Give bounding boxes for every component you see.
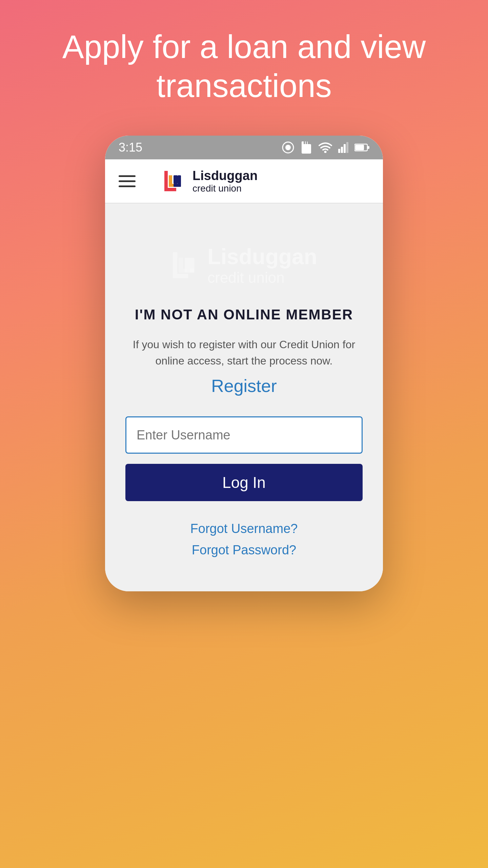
phone-mockup: 3:15: [105, 136, 383, 591]
svg-point-6: [324, 151, 327, 153]
logo-name: Lisduggan: [192, 169, 258, 183]
status-icon-1: [282, 141, 294, 154]
svg-rect-16: [174, 184, 181, 187]
svg-rect-17: [185, 258, 190, 269]
svg-point-1: [285, 145, 291, 150]
wifi-icon: [319, 142, 332, 153]
watermark-name: Lisduggan: [207, 244, 317, 269]
svg-rect-14: [174, 175, 178, 184]
logo-text: Lisduggan credit union: [192, 169, 258, 194]
username-input[interactable]: [125, 416, 363, 454]
battery-icon: [354, 143, 369, 152]
app-logo: Lisduggan credit union: [163, 169, 258, 194]
svg-rect-7: [338, 149, 340, 153]
hamburger-line-1: [119, 175, 136, 177]
login-button[interactable]: Log In: [125, 464, 363, 501]
main-content: Lisduggan credit union I'M NOT AN ONLINE…: [105, 203, 383, 591]
svg-rect-2: [302, 144, 311, 154]
register-link[interactable]: Register: [211, 376, 277, 396]
watermark-logo: Lisduggan credit union: [171, 244, 317, 286]
logo-icon: [163, 169, 186, 193]
register-description: If you wish to register with our Credit …: [125, 336, 363, 369]
menu-button[interactable]: [119, 175, 136, 187]
svg-rect-9: [344, 144, 346, 153]
not-member-title: I'M NOT AN ONLINE MEMBER: [135, 307, 353, 323]
hamburger-line-2: [119, 180, 136, 182]
watermark-logo-icon: [171, 250, 201, 280]
svg-rect-4: [304, 141, 305, 144]
status-time: 3:15: [119, 140, 142, 155]
hamburger-line-3: [119, 185, 136, 187]
svg-rect-8: [341, 147, 343, 153]
svg-rect-13: [367, 146, 369, 149]
watermark-sub: credit union: [207, 269, 317, 286]
forgot-username-link[interactable]: Forgot Username?: [190, 521, 298, 536]
status-icon-2: [300, 141, 312, 154]
svg-rect-5: [306, 141, 307, 144]
logo-sub: credit union: [192, 183, 258, 194]
svg-rect-19: [185, 269, 194, 273]
status-bar: 3:15: [105, 136, 383, 159]
svg-rect-12: [355, 145, 364, 150]
status-icons: [282, 141, 369, 154]
svg-rect-10: [346, 142, 348, 153]
signal-icon: [338, 142, 348, 153]
hero-title: Apply for a loan and view transactions: [0, 27, 488, 105]
app-bar: Lisduggan credit union: [105, 159, 383, 203]
forgot-password-link[interactable]: Forgot Password?: [192, 543, 296, 557]
